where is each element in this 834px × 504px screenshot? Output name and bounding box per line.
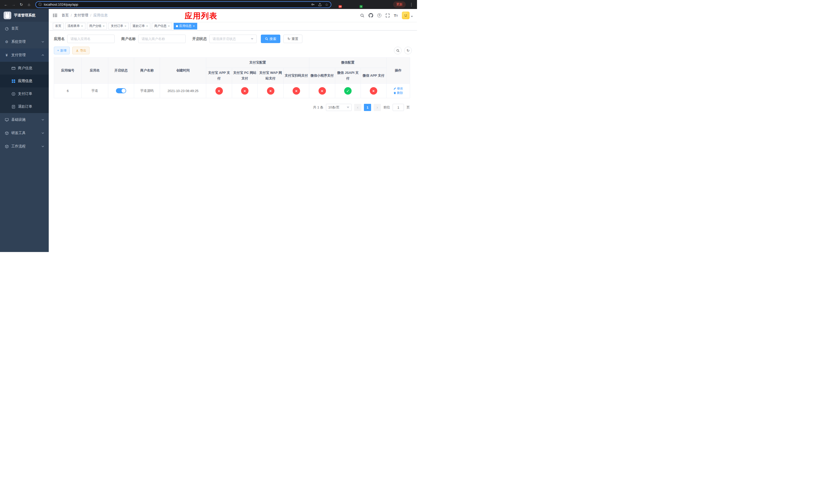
refresh-table-button[interactable]: ↻	[404, 47, 412, 54]
goto-page-input[interactable]	[393, 104, 404, 111]
sidebar-item-label: 商户信息	[18, 66, 32, 70]
tab-process-form[interactable]: 流程表单 ×	[65, 23, 85, 29]
extension-badge: 1	[359, 5, 363, 8]
merchant-name-input[interactable]	[138, 35, 186, 43]
delete-button[interactable]: 删除	[393, 91, 403, 95]
sidebar-item-app-info[interactable]: 应用信息	[0, 75, 49, 87]
breadcrumb-home[interactable]: 首页	[62, 13, 69, 18]
extensions-area: 10 1	[334, 2, 391, 7]
col-wechat-mini: 微信小程序支付	[309, 68, 335, 84]
tab-label: 流程表单	[67, 24, 80, 28]
close-tab-icon[interactable]: ×	[124, 24, 127, 28]
app-logo: 芋道管理系统	[0, 9, 49, 22]
sidebar-item-workflow[interactable]: 工作流程	[0, 140, 49, 153]
font-size-icon[interactable]: TT	[394, 13, 398, 18]
sidebar-item-label: 系统管理	[11, 40, 26, 44]
col-wechat-app: 微信 APP 支付	[361, 68, 387, 84]
edit-button[interactable]: 修改	[393, 86, 403, 91]
sidebar-item-dev-tools[interactable]: 研发工具	[0, 127, 49, 140]
export-button[interactable]: 导出	[72, 47, 89, 54]
tab-app-info-active[interactable]: 应用信息 ×	[174, 23, 197, 29]
forward-button[interactable]: →	[10, 1, 17, 8]
extension-icon-2[interactable]	[343, 2, 348, 7]
tab-pay-order[interactable]: 支付订单 ×	[109, 23, 129, 29]
close-tab-icon[interactable]: ×	[146, 24, 148, 28]
prev-page-button[interactable]: ‹	[354, 104, 361, 111]
url-text: localhost:1024/pay/app	[44, 3, 78, 6]
cell-created: 2021-10-23 08:49:25	[160, 84, 206, 98]
close-tab-icon[interactable]: ×	[103, 24, 105, 28]
status-select[interactable]: 请选择开启状态	[209, 35, 257, 43]
github-icon[interactable]	[369, 13, 373, 18]
close-tab-icon[interactable]: ×	[81, 24, 83, 28]
cell-alipay-app: ×	[206, 84, 232, 98]
tags-view-bar: 首页 流程表单 × 用户分组 × 支付订单 × 退款订单 × 商户信息 ×	[49, 22, 417, 30]
add-button-label: 新增	[60, 48, 66, 53]
browser-menu-icon[interactable]: ⋮	[408, 2, 414, 7]
sidebar-collapse-icon[interactable]	[53, 13, 58, 18]
share-icon[interactable]	[318, 3, 322, 6]
gear-icon: ⚙	[5, 40, 9, 44]
extension-icon-8[interactable]	[385, 2, 389, 7]
app-name-input[interactable]	[67, 35, 115, 43]
close-tab-icon[interactable]: ×	[193, 24, 195, 28]
chevron-down-icon	[42, 118, 44, 121]
extension-icon-4[interactable]: 1	[357, 2, 361, 7]
extension-icon-6[interactable]	[371, 2, 375, 7]
site-info-icon[interactable]: ⓘ	[39, 2, 42, 7]
extension-icon-3[interactable]	[350, 2, 354, 7]
extension-icon-1[interactable]: 10	[336, 2, 341, 7]
user-menu[interactable]	[402, 12, 413, 19]
col-status: 开启状态	[108, 58, 134, 84]
status-toggle[interactable]	[116, 88, 126, 93]
search-icon[interactable]	[360, 13, 365, 18]
bookmark-star-icon[interactable]: ☆	[325, 3, 328, 7]
status-select-placeholder: 请选择开启状态	[213, 37, 236, 41]
tab-label: 退款订单	[133, 24, 145, 28]
password-key-icon[interactable]	[311, 3, 315, 6]
breadcrumb-payment[interactable]: 支付管理	[74, 13, 88, 18]
fullscreen-icon[interactable]	[386, 13, 390, 18]
tab-refund-order[interactable]: 退款订单 ×	[130, 23, 151, 29]
active-tab-dot	[176, 25, 178, 27]
sidebar-item-pay-order[interactable]: 支付订单	[0, 87, 49, 100]
sidebar-item-refund-order[interactable]: 退款订单	[0, 100, 49, 113]
page-size-select[interactable]: 10条/页	[326, 104, 352, 111]
tab-merchant-info[interactable]: 商户信息 ×	[152, 23, 172, 29]
sidebar-item-system[interactable]: ⚙ 系统管理	[0, 35, 49, 48]
next-page-button[interactable]: ›	[374, 104, 381, 111]
export-button-label: 导出	[80, 48, 86, 53]
back-button[interactable]: ←	[3, 1, 9, 8]
select-caret-icon	[347, 107, 349, 108]
status-label: 开启状态	[192, 37, 207, 41]
col-app-id: 应用编号	[54, 58, 82, 84]
extension-badge: 10	[338, 5, 342, 8]
cell-wechat-mini: ×	[309, 84, 335, 98]
address-bar[interactable]: ⓘ localhost:1024/pay/app ☆	[36, 1, 331, 8]
reload-button[interactable]: ↻	[18, 1, 25, 8]
caret-down-icon	[411, 16, 413, 17]
chevron-down-icon	[42, 132, 44, 134]
tab-user-group[interactable]: 用户分组 ×	[87, 23, 107, 29]
sidebar-item-infrastructure[interactable]: 基础设施	[0, 113, 49, 127]
sidebar-item-payment[interactable]: ¥ 支付管理	[0, 48, 49, 62]
chrome-update-button[interactable]: 更新	[393, 1, 406, 8]
page-number-1[interactable]: 1	[364, 104, 371, 111]
goto-suffix: 页	[407, 105, 410, 110]
extension-icon-5[interactable]	[364, 2, 368, 7]
add-button[interactable]: + 新增	[54, 47, 70, 54]
tab-home[interactable]: 首页	[53, 23, 64, 29]
search-button[interactable]: 搜索	[261, 35, 280, 43]
payment-submenu: 商户信息 应用信息 支付订单 退款订单	[0, 62, 49, 113]
home-button[interactable]: ⌂	[26, 1, 32, 8]
close-tab-icon[interactable]: ×	[168, 24, 170, 28]
reset-button[interactable]: ↻ 重置	[283, 35, 302, 43]
cell-status	[108, 84, 134, 98]
help-icon[interactable]: ?	[377, 13, 381, 18]
toggle-search-button[interactable]	[394, 47, 402, 54]
avatar[interactable]	[402, 12, 410, 19]
cell-app-name: 芋道	[82, 84, 108, 98]
sidebar-item-home[interactable]: 首页	[0, 22, 49, 35]
extension-icon-7[interactable]	[377, 2, 382, 7]
sidebar-item-merchant-info[interactable]: 商户信息	[0, 62, 49, 75]
